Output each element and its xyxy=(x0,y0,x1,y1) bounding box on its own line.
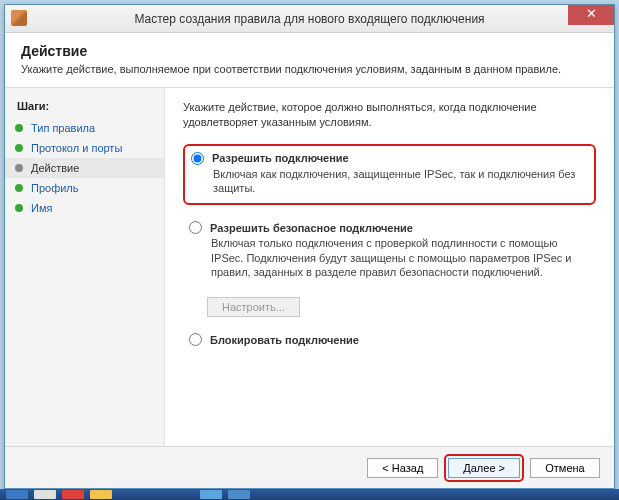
taskbar xyxy=(0,489,619,500)
start-icon[interactable] xyxy=(6,490,28,499)
configure-button: Настроить... xyxy=(207,297,300,317)
close-button[interactable]: ✕ xyxy=(568,5,614,25)
back-button[interactable]: < Назад xyxy=(367,458,438,478)
wizard-footer: < Назад Далее > Отмена xyxy=(5,446,614,488)
radio-allow-secure[interactable] xyxy=(189,221,202,234)
option-block: Блокировать подключение xyxy=(183,327,596,354)
option-title: Разрешить безопасное подключение xyxy=(210,222,413,234)
option-allow-connection: Разрешить подключение Включая как подклю… xyxy=(183,144,596,206)
option-allow-secure: Разрешить безопасное подключение Включая… xyxy=(183,215,596,287)
option-title: Блокировать подключение xyxy=(210,334,359,346)
step-label: Тип правила xyxy=(31,122,95,134)
option-title: Разрешить подключение xyxy=(212,152,349,164)
page-header: Действие Укажите действие, выполняемое п… xyxy=(5,33,614,88)
option-desc: Включая как подключения, защищенные IPSe… xyxy=(213,167,586,196)
taskbar-app-icon[interactable] xyxy=(62,490,84,499)
radio-block[interactable] xyxy=(189,333,202,346)
bullet-icon xyxy=(15,184,23,192)
main-content: Укажите действие, которое должно выполня… xyxy=(165,88,614,448)
bullet-icon xyxy=(15,164,23,172)
next-highlight: Далее > xyxy=(444,454,524,482)
step-label: Имя xyxy=(31,202,52,214)
taskbar-app-icon[interactable] xyxy=(200,490,222,499)
step-rule-type[interactable]: Тип правила xyxy=(5,118,164,138)
steps-heading: Шаги: xyxy=(5,98,164,118)
intro-text: Укажите действие, которое должно выполня… xyxy=(183,100,596,130)
titlebar: Мастер создания правила для нового входя… xyxy=(5,5,614,33)
taskbar-app-icon[interactable] xyxy=(228,490,250,499)
firewall-icon xyxy=(11,10,27,26)
page-subtitle: Укажите действие, выполняемое при соотве… xyxy=(21,63,598,75)
step-label: Действие xyxy=(31,162,79,174)
radio-allow[interactable] xyxy=(191,152,204,165)
window-title: Мастер создания правила для нового входя… xyxy=(134,12,484,26)
next-button[interactable]: Далее > xyxy=(448,458,520,478)
wizard-window: Мастер создания правила для нового входя… xyxy=(4,4,615,489)
step-label: Протокол и порты xyxy=(31,142,122,154)
steps-sidebar: Шаги: Тип правила Протокол и порты Дейст… xyxy=(5,88,165,448)
bullet-icon xyxy=(15,124,23,132)
taskbar-app-icon[interactable] xyxy=(90,490,112,499)
step-action[interactable]: Действие xyxy=(5,158,164,178)
bullet-icon xyxy=(15,144,23,152)
taskbar-app-icon[interactable] xyxy=(34,490,56,499)
wizard-body: Шаги: Тип правила Протокол и порты Дейст… xyxy=(5,88,614,448)
page-title: Действие xyxy=(21,43,598,59)
bullet-icon xyxy=(15,204,23,212)
step-profile[interactable]: Профиль xyxy=(5,178,164,198)
step-label: Профиль xyxy=(31,182,79,194)
step-protocol-ports[interactable]: Протокол и порты xyxy=(5,138,164,158)
cancel-button[interactable]: Отмена xyxy=(530,458,600,478)
configure-row: Настроить... xyxy=(207,297,596,317)
step-name[interactable]: Имя xyxy=(5,198,164,218)
option-desc: Включая только подключения с проверкой п… xyxy=(211,236,588,279)
